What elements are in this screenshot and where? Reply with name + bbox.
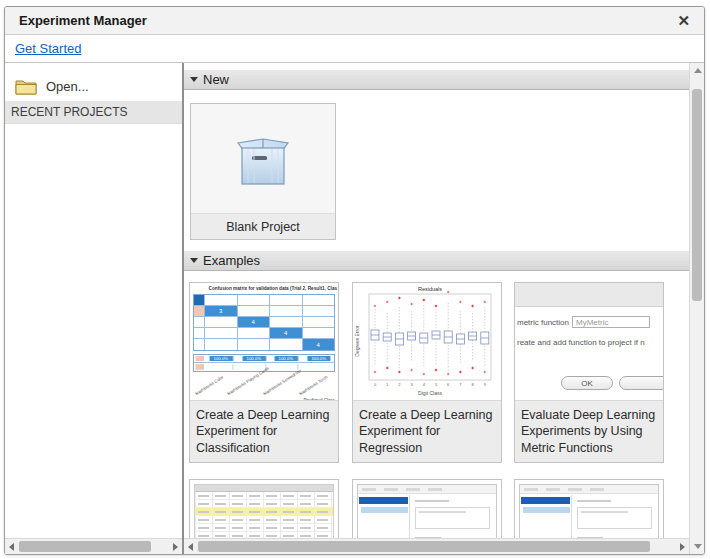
svg-text:4: 4 [423, 382, 426, 387]
svg-text:Digit Class: Digit Class [418, 390, 442, 396]
svg-text:6: 6 [447, 382, 450, 387]
vertical-scrollbar[interactable] [689, 63, 704, 554]
scroll-left-icon[interactable] [188, 543, 193, 551]
example-tile-classification[interactable]: Confusion matrix for validation data (Tr… [189, 282, 339, 463]
confusion-matrix-xlabels: MathWorks Cube MathWorks Playing Cards M… [193, 374, 335, 398]
left-horizontal-scrollbar[interactable] [5, 538, 182, 554]
svg-text:Degrees Error: Degrees Error [354, 325, 360, 357]
section-examples-label: Examples [203, 253, 260, 268]
vscroll-thumb[interactable] [692, 89, 702, 301]
cancel-button-partial [619, 376, 663, 390]
metric-dialog-header [515, 283, 663, 307]
window-title: Experiment Manager [19, 13, 147, 28]
left-hscroll-thumb[interactable] [19, 541, 151, 552]
svg-text:5: 5 [435, 382, 438, 387]
confusion-matrix-thumbnail: Confusion matrix for validation data (Tr… [190, 283, 338, 400]
templates-scroll-area: New [184, 63, 689, 538]
get-started-row: Get Started [5, 35, 704, 63]
get-started-link[interactable]: Get Started [15, 41, 81, 56]
metric-dialog-note: reate and add function to project if n [517, 338, 663, 347]
example-title: Create a Deep Learning Experiment for Cl… [190, 400, 338, 462]
content-column: New [184, 63, 689, 554]
example-tile-metric-functions[interactable]: metric function MyMetric reate and add f… [514, 282, 664, 463]
title-bar: Experiment Manager ✕ [5, 7, 704, 35]
svg-text:9: 9 [484, 382, 487, 387]
recent-projects-list [5, 124, 182, 538]
collapse-triangle-icon [190, 258, 198, 263]
svg-text:Residuals: Residuals [418, 286, 442, 292]
box-icon [230, 129, 296, 189]
right-panel: New [184, 63, 704, 554]
right-hscroll-thumb[interactable] [198, 541, 650, 552]
right-horizontal-scrollbar[interactable] [184, 538, 689, 554]
scroll-right-icon[interactable] [680, 543, 685, 551]
metric-function-input: MyMetric [572, 316, 650, 328]
main-area: Open... RECENT PROJECTS [5, 63, 704, 554]
example-title: Evaluate Deep Learning Experiments by Us… [515, 400, 663, 462]
app-window-thumbnail [357, 484, 497, 538]
confusion-matrix-grid: 3 4 4 4 [193, 294, 335, 351]
boxplot-thumbnail: Residuals Degrees Error Digit Class 0123… [353, 283, 501, 400]
svg-text:2: 2 [398, 382, 401, 387]
confusion-matrix-xaxis-label: Predicted Class [229, 398, 336, 400]
results-table-thumbnail [194, 484, 334, 538]
left-panel: Open... RECENT PROJECTS [5, 63, 184, 554]
close-icon[interactable]: ✕ [677, 13, 690, 28]
scroll-up-icon[interactable] [694, 68, 702, 73]
scroll-right-icon[interactable] [173, 543, 178, 551]
scroll-down-icon[interactable] [694, 544, 702, 549]
example-title: Create a Deep Learning Experiment for Re… [353, 400, 501, 462]
experiment-manager-dialog: Experiment Manager ✕ Get Started Open...… [4, 6, 705, 555]
ok-button: OK [561, 376, 613, 390]
recent-projects-label: RECENT PROJECTS [11, 105, 127, 119]
blank-project-tile[interactable]: Blank Project [190, 103, 336, 240]
collapse-triangle-icon [190, 77, 198, 82]
svg-text:7: 7 [459, 382, 462, 387]
section-examples-header[interactable]: Examples [184, 251, 689, 271]
example-tile-row2-2[interactable] [352, 479, 502, 538]
svg-text:0: 0 [374, 382, 377, 387]
blank-project-art [191, 104, 335, 213]
scroll-left-icon[interactable] [9, 543, 14, 551]
recent-projects-header: RECENT PROJECTS [5, 101, 182, 124]
svg-text:3: 3 [410, 382, 413, 387]
boxplot-chart: Residuals Degrees Error Digit Class 0123… [353, 283, 501, 398]
example-tile-row2-3[interactable] [514, 479, 664, 538]
section-new-label: New [203, 72, 229, 87]
screen: Experiment Manager ✕ Get Started Open...… [0, 0, 710, 559]
example-tile-regression[interactable]: Residuals Degrees Error Digit Class 0123… [352, 282, 502, 463]
metric-dialog-thumbnail: metric function MyMetric reate and add f… [515, 283, 663, 400]
app-window-thumbnail [519, 484, 659, 538]
svg-text:8: 8 [471, 382, 474, 387]
folder-icon [15, 78, 37, 95]
open-label: Open... [46, 79, 89, 94]
example-tile-row2-1[interactable] [189, 479, 339, 538]
confusion-matrix-title: Confusion matrix for validation data (Tr… [209, 286, 320, 291]
open-project-button[interactable]: Open... [5, 63, 182, 101]
blank-project-label: Blank Project [191, 213, 335, 239]
section-new-header[interactable]: New [184, 70, 689, 90]
metric-function-label: metric function [517, 318, 569, 327]
svg-text:1: 1 [386, 382, 389, 387]
